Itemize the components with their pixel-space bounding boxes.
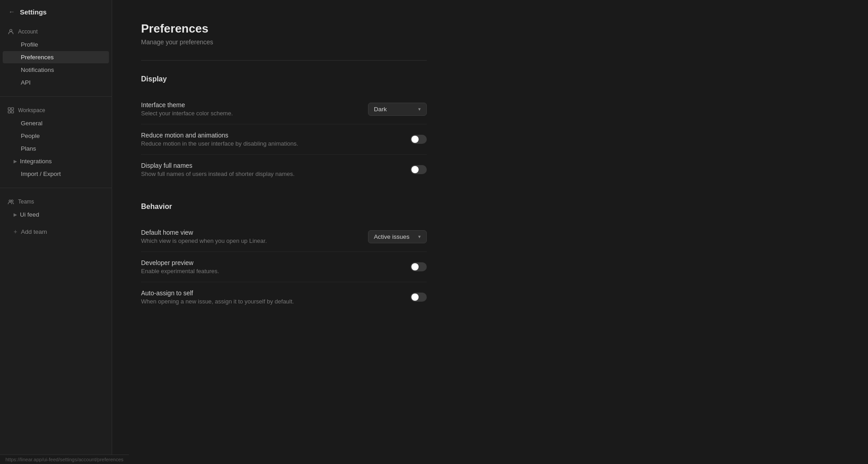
title-divider — [141, 60, 427, 61]
display-section: Display Interface theme Select your inte… — [141, 75, 427, 185]
teams-label: Teams — [18, 199, 34, 205]
sidebar-title: Settings — [20, 8, 47, 16]
interface-theme-value: Dark — [374, 106, 387, 113]
svg-rect-4 — [11, 111, 14, 113]
auto-assign-self-toggle[interactable] — [410, 293, 427, 302]
teams-section: Teams ▶ Ui feed — [0, 192, 112, 225]
svg-rect-2 — [11, 108, 14, 110]
sidebar-item-general[interactable]: General — [3, 117, 109, 129]
default-home-view-value: Active issues — [374, 233, 410, 240]
default-home-view-desc: Which view is opened when you open up Li… — [141, 237, 357, 244]
svg-rect-1 — [8, 108, 10, 110]
account-section-header: Account — [0, 25, 112, 38]
section-divider-1 — [0, 96, 112, 97]
page-subtitle: Manage your preferences — [141, 38, 427, 46]
ui-feed-chevron: ▶ — [14, 212, 17, 217]
reduce-motion-toggle[interactable] — [410, 135, 427, 144]
svg-point-0 — [10, 29, 12, 32]
default-home-view-chevron: ▾ — [418, 234, 421, 240]
interface-theme-label: Interface theme — [141, 101, 357, 109]
integrations-chevron: ▶ — [14, 159, 17, 164]
workspace-icon — [7, 107, 14, 114]
svg-point-6 — [11, 200, 13, 202]
behavior-section-title: Behavior — [141, 203, 427, 211]
teams-section-header: Teams — [0, 195, 112, 208]
interface-theme-desc: Select your interface color scheme. — [141, 110, 357, 117]
display-full-names-toggle[interactable] — [410, 165, 427, 174]
add-team-plus-icon: + — [14, 228, 17, 235]
workspace-section-header: Workspace — [0, 104, 112, 117]
auto-assign-self-row: Auto-assign to self When opening a new i… — [141, 282, 427, 312]
page-title: Preferences — [141, 22, 427, 36]
developer-preview-desc: Enable experimental features. — [141, 268, 400, 275]
sidebar-item-api[interactable]: API — [3, 76, 109, 89]
sidebar-item-preferences[interactable]: Preferences — [3, 51, 109, 63]
display-full-names-row: Display full names Show full names of us… — [141, 155, 427, 185]
display-section-title: Display — [141, 75, 427, 83]
auto-assign-self-label: Auto-assign to self — [141, 289, 400, 297]
developer-preview-row: Developer preview Enable experimental fe… — [141, 252, 427, 282]
section-divider-2 — [0, 188, 112, 188]
account-label: Account — [18, 28, 38, 35]
teams-icon — [7, 198, 14, 205]
sidebar-item-integrations[interactable]: ▶ Integrations — [3, 155, 109, 167]
workspace-label: Workspace — [18, 107, 45, 114]
status-url: https://linear.app/ui-feed/settings/acco… — [5, 457, 123, 462]
sidebar: ← Settings Account Profile Preferences N… — [0, 0, 112, 464]
display-full-names-label: Display full names — [141, 162, 400, 169]
sidebar-item-profile[interactable]: Profile — [3, 38, 109, 51]
reduce-motion-label: Reduce motion and animations — [141, 132, 400, 139]
default-home-view-dropdown[interactable]: Active issues ▾ — [368, 230, 427, 243]
default-home-view-row: Default home view Which view is opened w… — [141, 222, 427, 252]
sidebar-item-import-export[interactable]: Import / Export — [3, 168, 109, 180]
sidebar-header: ← Settings — [0, 0, 112, 22]
interface-theme-chevron: ▾ — [418, 106, 421, 112]
developer-preview-label: Developer preview — [141, 259, 400, 266]
reduce-motion-row: Reduce motion and animations Reduce moti… — [141, 124, 427, 155]
sidebar-item-plans[interactable]: Plans — [3, 142, 109, 155]
auto-assign-self-desc: When opening a new issue, assign it to y… — [141, 298, 400, 305]
display-full-names-desc: Show full names of users instead of shor… — [141, 170, 400, 177]
sidebar-item-ui-feed[interactable]: ▶ Ui feed — [3, 208, 109, 221]
default-home-view-label: Default home view — [141, 229, 357, 236]
main-content-area: Preferences Manage your preferences Disp… — [112, 0, 868, 464]
account-icon — [7, 28, 14, 35]
interface-theme-dropdown[interactable]: Dark ▾ — [368, 103, 427, 116]
sidebar-item-people[interactable]: People — [3, 130, 109, 142]
reduce-motion-desc: Reduce motion in the user interface by d… — [141, 140, 400, 147]
interface-theme-row: Interface theme Select your interface co… — [141, 94, 427, 124]
workspace-section: Workspace General People Plans ▶ Integra… — [0, 100, 112, 184]
svg-point-5 — [9, 200, 11, 202]
svg-rect-3 — [8, 111, 10, 113]
status-bar: https://linear.app/ui-feed/settings/acco… — [0, 455, 129, 464]
account-section: Account Profile Preferences Notification… — [0, 22, 112, 93]
behavior-section: Behavior Default home view Which view is… — [141, 203, 427, 312]
add-team-button[interactable]: + Add team — [3, 225, 109, 238]
developer-preview-toggle[interactable] — [410, 262, 427, 271]
sidebar-item-notifications[interactable]: Notifications — [3, 64, 109, 76]
back-button[interactable]: ← — [7, 7, 16, 16]
